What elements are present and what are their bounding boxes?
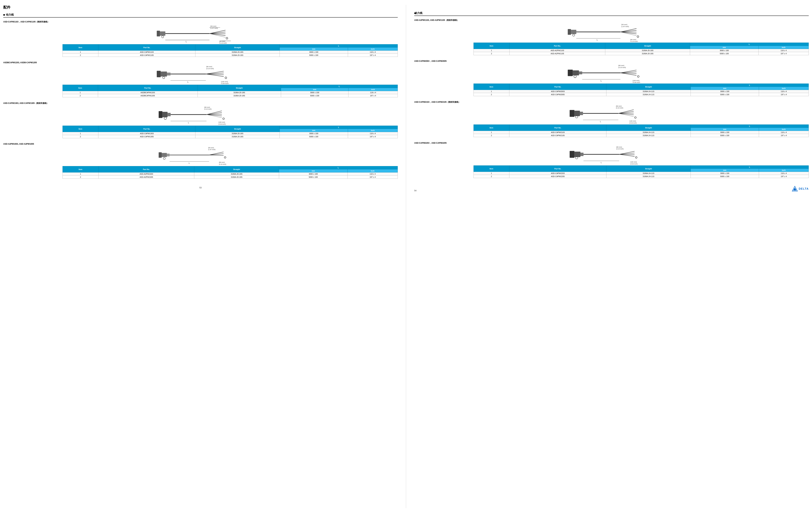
table-row: 1 ASD-CAPW2003 3106A-24-11S 3000 ± 100 1… <box>473 90 809 93</box>
product-capw2103: ASD-CAPW2103，ASD-CAPW2105（附刹车接线） L <box>414 101 809 137</box>
svg-line-71 <box>620 28 637 32</box>
svg-point-2 <box>162 36 164 38</box>
product-title-asdbcapw1203: ASDBCAPW1203, ASDB-CAPW1205 <box>3 61 398 64</box>
table-row: 2 ASD-A2PW1005 3106A-20-18S 5000 ± 100 1… <box>62 176 398 179</box>
svg-rect-83 <box>568 70 573 76</box>
svg-line-44 <box>207 114 222 117</box>
table-row: 2 ASD-CAPW2105 3106A-24-11S 5000 ± 100 1… <box>473 134 809 137</box>
th-partno: Part No. <box>98 45 195 51</box>
svg-text:L: L <box>188 122 189 124</box>
spec-table-capw1103: Item Part No. Straight L mm inch 1 ASD-C… <box>62 44 398 57</box>
table-row: 1 ASD-CAPW1103 3106A-20-18S 3000 ± 100 1… <box>62 51 398 54</box>
svg-text:(3.15 inch): (3.15 inch) <box>206 68 214 70</box>
svg-text:(1.97 inch): (1.97 inch) <box>210 27 218 29</box>
table-row: 1 ASD-CAPW1303 3106A-20-18S 3000 ± 100 1… <box>62 132 398 135</box>
footer-right: 54 DELTA <box>414 186 809 192</box>
svg-point-60 <box>224 157 226 158</box>
svg-rect-84 <box>573 71 579 76</box>
svg-rect-99 <box>570 110 574 117</box>
left-column: 配件 ● 动力线 ASD-CAPW1103，ASD-CAPW1105（附刹车接线… <box>3 5 398 508</box>
svg-rect-68 <box>571 30 576 34</box>
svg-rect-116 <box>570 151 574 158</box>
page-title: 配件 <box>3 5 398 10</box>
svg-rect-118 <box>580 153 583 156</box>
svg-rect-36 <box>163 112 168 117</box>
svg-line-108 <box>618 113 634 116</box>
svg-text:(80 mm): (80 mm) <box>206 66 212 68</box>
svg-text:L: L <box>601 162 602 163</box>
svg-text:L: L <box>185 40 187 43</box>
svg-text:(3.15 inch): (3.15 inch) <box>219 42 227 44</box>
svg-point-86 <box>574 75 576 78</box>
product-title-capw2103: ASD-CAPW2103，ASD-CAPW2105（附刹车接线） <box>414 101 809 104</box>
spec-table-a2pw1103: Item Part No. Straight L mm inch 1 ASD-A… <box>473 43 809 55</box>
diagram-a2pw1103: L (50 mm) (1.97 inch) (80 mm) (3.15 inch… <box>414 22 809 42</box>
spec-table-capw2003: Item Part No. Straight L mm inch 1 ASD-C… <box>473 84 809 96</box>
svg-rect-101 <box>580 112 583 115</box>
th-straight: Straight <box>196 45 280 51</box>
svg-rect-19 <box>157 71 161 77</box>
svg-rect-22 <box>167 73 171 75</box>
spec-table-a2pw1003: Item Part No. Straight L mm inch 1 ASD-A… <box>62 166 398 179</box>
svg-text:(1.97 inch): (1.97 inch) <box>208 148 215 151</box>
svg-text:(80 mm): (80 mm) <box>630 39 636 40</box>
right-section-header: 动力线 <box>414 11 809 16</box>
svg-line-4 <box>209 30 226 33</box>
svg-text:(100 mm): (100 mm) <box>630 161 637 163</box>
product-asdbcapw1203: ASDBCAPW1203, ASDB-CAPW1205 L (80 mm) <box>3 61 398 97</box>
svg-text:(100 mm): (100 mm) <box>633 80 639 81</box>
page-wrapper: 配件 ● 动力线 ASD-CAPW1103，ASD-CAPW1105（附刹车接线… <box>0 0 812 513</box>
svg-rect-117 <box>575 152 581 157</box>
svg-point-9 <box>226 37 228 39</box>
svg-point-109 <box>635 117 636 118</box>
svg-point-38 <box>164 117 167 119</box>
th-l: L <box>280 45 398 48</box>
svg-point-76 <box>637 36 639 37</box>
svg-point-21 <box>163 77 165 79</box>
svg-text:(80 mm): (80 mm) <box>219 40 225 42</box>
svg-rect-54 <box>167 154 170 156</box>
svg-text:(50 mm): (50 mm) <box>210 25 216 27</box>
svg-rect-53 <box>162 153 167 157</box>
svg-line-8 <box>209 33 226 37</box>
svg-text:(3.15 inch): (3.15 inch) <box>616 107 623 109</box>
svg-text:(80 mm): (80 mm) <box>618 64 624 66</box>
th-mm: mm <box>280 48 348 51</box>
svg-text:(80 mm): (80 mm) <box>204 106 210 108</box>
product-title-capw1103: ASD-CAPW1103，ASD-CAPW1105（附刹车接线） <box>3 21 398 23</box>
table-row: 2 ASD-CAPW1105 3106A-20-18S 5000 ± 100 1… <box>62 54 398 57</box>
product-title-capw2203: ASD-CAPW2203，ASD-CAPW2205 <box>414 142 809 144</box>
svg-text:(3.94 inch): (3.94 inch) <box>633 81 640 83</box>
table-row: 2 ASDBCAPW1205 3106A-20-18S 5000 ± 100 1… <box>62 94 398 97</box>
product-capw2203: ASD-CAPW2203，ASD-CAPW2205 L (80 mm) <box>414 142 809 178</box>
svg-rect-100 <box>575 111 580 116</box>
svg-point-92 <box>637 76 639 77</box>
product-capw1103: ASD-CAPW1103，ASD-CAPW1105（附刹车接线） <box>3 21 398 57</box>
product-capw2003: ASD-CAPW2003，ASD-CAPW2005 L (80 mm) <box>414 60 809 96</box>
svg-text:(50 mm): (50 mm) <box>208 147 214 148</box>
spec-table-capw1303: Item Part No. Straight L mm inch 1 ASD-C… <box>62 126 398 138</box>
svg-text:L: L <box>600 120 601 123</box>
table-row: 2 ASD-CAPW2205 3106A-24-11S 5000 ± 100 1… <box>473 175 809 178</box>
svg-point-69 <box>573 34 575 36</box>
product-title-a2pw1103: ASD-A2PW1103, ASD-A2PW1105（附刹车接线） <box>414 19 809 22</box>
table-row: 1 ASDBCAPW1203 3106A-20-18S 3000 ± 100 1… <box>62 91 398 94</box>
table-row: 2 ASD-CAPW2005 3106A-24-11S 5000 ± 100 1… <box>473 93 809 96</box>
svg-text:(1.97 inch): (1.97 inch) <box>621 26 629 27</box>
product-title-capw2003: ASD-CAPW2003，ASD-CAPW2005 <box>414 60 809 62</box>
svg-line-5 <box>209 32 226 33</box>
svg-rect-37 <box>168 113 171 116</box>
product-title-capw1303: ASD-CAPW1303, ASD-CAPW1305（附刹车接线） <box>3 102 398 105</box>
svg-line-59 <box>209 155 224 155</box>
svg-line-72 <box>620 30 637 32</box>
svg-text:(3.15 inch): (3.15 inch) <box>204 108 211 110</box>
delta-logo-icon <box>792 186 798 192</box>
svg-line-107 <box>618 113 634 115</box>
svg-line-121 <box>619 151 635 155</box>
svg-text:(100 mm): (100 mm) <box>219 121 225 123</box>
product-a2pw1103: ASD-A2PW1103, ASD-A2PW1105（附刹车接线） L (50 … <box>414 19 809 55</box>
svg-rect-35 <box>158 111 163 118</box>
product-capw1303: ASD-CAPW1303, ASD-CAPW1305（附刹车接线） L <box>3 102 398 138</box>
svg-text:L: L <box>189 162 190 164</box>
svg-line-57 <box>209 152 224 155</box>
